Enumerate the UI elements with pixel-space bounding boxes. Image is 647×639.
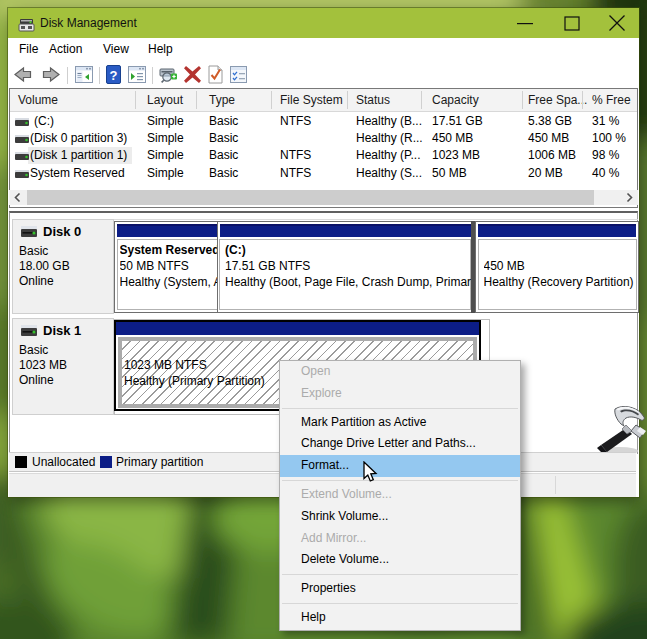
svg-text:?: ? [110, 68, 118, 83]
